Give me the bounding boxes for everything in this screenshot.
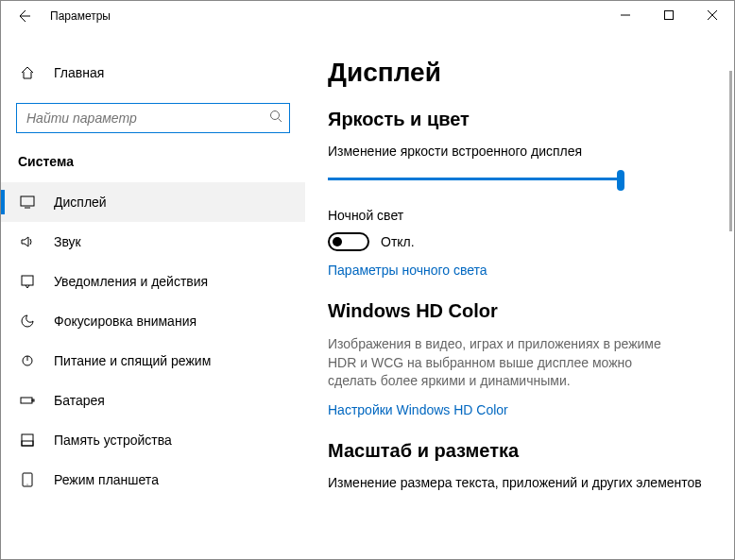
- nightlight-toggle[interactable]: [328, 232, 369, 251]
- brightness-slider[interactable]: [328, 168, 621, 191]
- minimize-button[interactable]: [604, 1, 647, 29]
- nav-label: Питание и спящий режим: [54, 353, 211, 368]
- home-button[interactable]: Главная: [1, 54, 305, 92]
- sidebar: Главная Система ДисплейЗвукУведомления и…: [1, 31, 305, 559]
- focus-icon: [18, 314, 37, 329]
- sound-icon: [18, 234, 37, 249]
- nightlight-state: Откл.: [381, 234, 415, 249]
- scrollbar[interactable]: [729, 71, 732, 231]
- nav-item-focus[interactable]: Фокусировка внимания: [1, 301, 305, 341]
- nav-label: Память устройства: [54, 433, 172, 448]
- nightlight-link[interactable]: Параметры ночного света: [328, 263, 711, 278]
- page-title: Дисплей: [328, 58, 711, 88]
- tablet-icon: [18, 472, 37, 487]
- svg-rect-0: [665, 11, 674, 20]
- nav-item-sound[interactable]: Звук: [1, 222, 305, 262]
- svg-point-1: [271, 111, 280, 120]
- content-area: Дисплей Яркость и цвет Изменение яркости…: [305, 31, 734, 559]
- nav-label: Режим планшета: [54, 472, 159, 487]
- maximize-button[interactable]: [647, 1, 691, 29]
- power-icon: [18, 353, 37, 368]
- app-title: Параметры: [50, 9, 111, 23]
- nav-item-tablet[interactable]: Режим планшета: [1, 460, 305, 500]
- search-wrap: [16, 103, 290, 133]
- category-heading: Система: [1, 133, 305, 182]
- nav-label: Фокусировка внимания: [54, 314, 197, 329]
- nav-item-battery[interactable]: Батарея: [1, 381, 305, 420]
- back-button[interactable]: [9, 1, 39, 31]
- nav-item-power[interactable]: Питание и спящий режим: [1, 341, 305, 381]
- notifications-icon: [18, 274, 37, 289]
- nightlight-label: Ночной свет: [328, 208, 711, 223]
- svg-rect-2: [21, 196, 34, 206]
- search-icon: [269, 110, 282, 127]
- nav-label: Батарея: [54, 393, 105, 408]
- hdcolor-desc: Изображения в видео, играх и приложениях…: [328, 335, 677, 391]
- storage-icon: [18, 433, 37, 448]
- home-label: Главная: [54, 65, 104, 80]
- svg-point-10: [27, 484, 28, 485]
- brightness-label: Изменение яркости встроенного дисплея: [328, 144, 711, 159]
- nav-label: Уведомления и действия: [54, 274, 208, 289]
- home-icon: [18, 65, 37, 80]
- svg-rect-7: [22, 434, 33, 446]
- scale-label: Изменение размера текста, приложений и д…: [328, 475, 711, 490]
- nav-item-storage[interactable]: Память устройства: [1, 420, 305, 460]
- search-input[interactable]: [16, 103, 290, 133]
- battery-icon: [18, 393, 37, 408]
- title-bar: Параметры: [1, 1, 734, 31]
- nav-label: Звук: [54, 234, 81, 249]
- hdcolor-link[interactable]: Настройки Windows HD Color: [328, 402, 711, 417]
- svg-rect-5: [21, 398, 32, 403]
- svg-rect-8: [22, 441, 33, 446]
- nav-label: Дисплей: [54, 195, 107, 210]
- nav-item-notifications[interactable]: Уведомления и действия: [1, 262, 305, 301]
- brightness-heading: Яркость и цвет: [328, 109, 711, 130]
- nav-item-display[interactable]: Дисплей: [1, 182, 305, 222]
- svg-rect-6: [32, 399, 34, 401]
- close-button[interactable]: [691, 1, 734, 29]
- display-icon: [18, 195, 37, 210]
- scale-heading: Масштаб и разметка: [328, 440, 711, 462]
- hdcolor-heading: Windows HD Color: [328, 300, 711, 322]
- svg-rect-3: [22, 276, 33, 285]
